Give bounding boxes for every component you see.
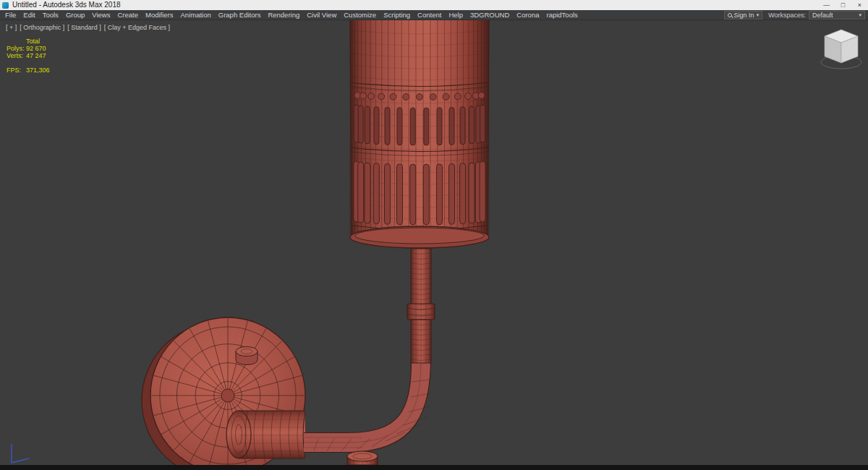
model-arm-tube[interactable]	[304, 360, 431, 453]
stats-polys-value: 92 670	[26, 45, 46, 52]
3dsmax-app-icon	[2, 2, 9, 9]
menu-file[interactable]: File	[1, 10, 20, 20]
viewport-menu-general[interactable]: [ + ]	[6, 24, 17, 31]
menu-content[interactable]: Content	[414, 10, 445, 20]
chevron-down-icon: ▾	[859, 11, 861, 20]
search-icon	[728, 13, 732, 17]
menu-animation[interactable]: Animation	[177, 10, 215, 20]
stats-polys-label: Polys:	[7, 45, 26, 52]
menu-civil-view[interactable]: Civil View	[303, 10, 340, 20]
viewcube[interactable]	[821, 30, 861, 69]
title-bar: Untitled - Autodesk 3ds Max 2018 — □ ×	[0, 0, 868, 10]
menu-modifiers[interactable]: Modifiers	[142, 10, 177, 20]
chevron-down-icon: ▾	[757, 11, 760, 20]
menu-3dground[interactable]: 3DGROUND	[467, 10, 513, 20]
workspace-dropdown[interactable]: Default ▾	[809, 11, 865, 20]
close-button[interactable]: ×	[851, 0, 868, 10]
menu-create[interactable]: Create	[114, 10, 142, 20]
menu-rendering[interactable]: Rendering	[264, 10, 303, 20]
viewport-menu-pov[interactable]: [ Orthographic ]	[20, 24, 64, 31]
model-knob[interactable]	[236, 347, 258, 365]
menu-tools[interactable]: Tools	[39, 10, 62, 20]
model-lamp-shade[interactable]	[350, 20, 489, 248]
viewport-menu-standard[interactable]: [ Standard ]	[67, 24, 101, 31]
workspace-value: Default	[812, 12, 833, 19]
stats-verts-label: Verts:	[7, 52, 26, 59]
window-title: Untitled - Autodesk 3ds Max 2018	[12, 0, 121, 10]
maximize-button[interactable]: □	[835, 0, 851, 10]
menu-group[interactable]: Group	[62, 10, 88, 20]
menu-bar: File Edit Tools Group Views Create Modif…	[0, 10, 868, 20]
sign-in-label: Sign In	[734, 12, 754, 19]
bottom-edge	[0, 465, 868, 470]
menu-rapidtools[interactable]: rapidTools	[542, 10, 581, 20]
minimize-button[interactable]: —	[818, 0, 835, 10]
sign-in-button[interactable]: Sign In ▾	[724, 11, 763, 20]
stats-fps-value: 371,306	[26, 67, 50, 74]
axis-tripod-icon	[12, 444, 29, 463]
stats-fps-label: FPS:	[7, 67, 26, 74]
viewport[interactable]: [ + ] [ Orthographic ] [ Standard ] [ Cl…	[0, 20, 868, 465]
model-stem[interactable]	[407, 249, 435, 363]
viewport-statistics: Total Polys:92 670 Verts:47 247 FPS:371,…	[7, 38, 50, 74]
model-arm-coupler[interactable]	[226, 411, 305, 458]
stats-verts-value: 47 247	[26, 52, 46, 59]
menu-views[interactable]: Views	[88, 10, 114, 20]
model-lower-arm-stub[interactable]	[347, 451, 378, 465]
workspaces-label: Workspaces:	[768, 12, 806, 19]
viewport-canvas[interactable]	[0, 20, 868, 465]
menu-customize[interactable]: Customize	[340, 10, 380, 20]
stats-total-label: Total	[26, 38, 40, 45]
menu-graph-editors[interactable]: Graph Editors	[215, 10, 265, 20]
window-controls: — □ ×	[818, 0, 868, 10]
menu-edit[interactable]: Edit	[20, 10, 38, 20]
viewport-label: [ + ] [ Orthographic ] [ Standard ] [ Cl…	[6, 24, 170, 31]
menu-corona[interactable]: Corona	[513, 10, 542, 20]
menu-scripting[interactable]: Scripting	[380, 10, 414, 20]
menu-help[interactable]: Help	[445, 10, 467, 20]
viewport-menu-shading[interactable]: [ Clay + Edged Faces ]	[104, 24, 170, 31]
